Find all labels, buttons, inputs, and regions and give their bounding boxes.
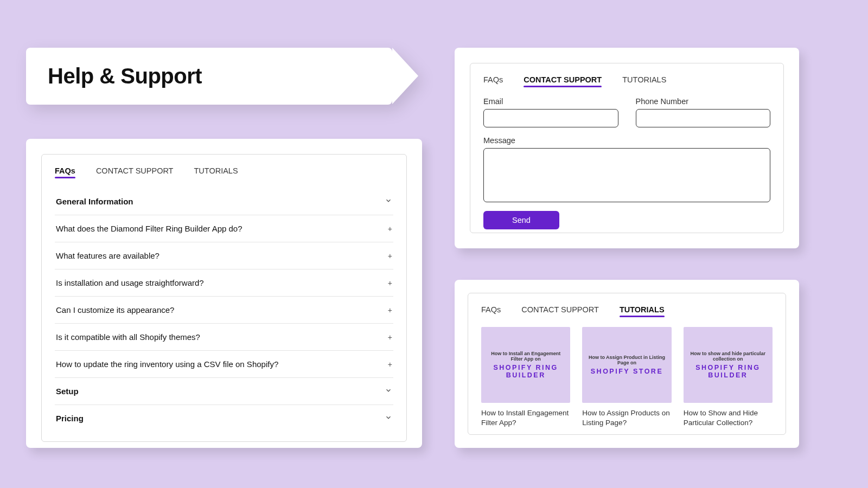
faq-section-pricing[interactable]: Pricing	[55, 405, 393, 432]
phone-label: Phone Number	[636, 97, 771, 106]
plus-icon: +	[388, 252, 392, 260]
thumb-line1: How to show and hide particular collecti…	[689, 351, 767, 362]
send-button[interactable]: Send	[483, 211, 559, 229]
tab-faqs[interactable]: FAQs	[55, 166, 75, 178]
email-field-group: Email	[483, 97, 618, 127]
faq-question: What features are available?	[56, 251, 159, 260]
tutorial-item[interactable]: How to Assign Product in Listing Page on…	[582, 327, 671, 428]
faq-item[interactable]: Can I customize its appearance? +	[55, 297, 393, 324]
chevron-down-icon	[385, 414, 392, 423]
faq-item[interactable]: What features are available? +	[55, 242, 393, 269]
tab-contact-support[interactable]: CONTACT SUPPORT	[521, 305, 599, 317]
faq-item[interactable]: How to update the ring inventory using a…	[55, 351, 393, 378]
faq-section-label: Pricing	[56, 414, 84, 423]
thumb-line2: SHOPIFY STORE	[591, 368, 663, 375]
message-label: Message	[483, 136, 770, 145]
tutorial-thumb: How to Install an Engagement Filter App …	[481, 327, 570, 403]
faq-card: FAQs CONTACT SUPPORT TUTORIALS General I…	[26, 139, 422, 448]
plus-icon: +	[388, 224, 392, 233]
faq-question: What does the Diamond Filter Ring Builde…	[56, 224, 242, 233]
thumb-line2: SHOPIFY RING BUILDER	[487, 364, 565, 379]
thumb-line1: How to Install an Engagement Filter App …	[487, 351, 565, 362]
thumb-line1: How to Assign Product in Listing Page on	[588, 355, 666, 365]
message-field-group: Message	[483, 136, 770, 202]
faq-question: Can I customize its appearance?	[56, 305, 174, 314]
phone-field[interactable]	[636, 109, 771, 127]
tab-faqs[interactable]: FAQs	[481, 305, 501, 317]
tab-tutorials[interactable]: TUTORIALS	[620, 305, 665, 317]
tutorial-item[interactable]: How to Install an Engagement Filter App …	[481, 327, 570, 428]
faq-question: Is installation and usage straightforwar…	[56, 278, 204, 287]
faq-tabs: FAQs CONTACT SUPPORT TUTORIALS	[55, 166, 393, 178]
tutorial-caption: How to Show and Hide Particular Collecti…	[684, 408, 773, 428]
faq-item[interactable]: Is installation and usage straightforwar…	[55, 269, 393, 297]
tutorial-thumb: How to show and hide particular collecti…	[684, 327, 773, 403]
tab-faqs[interactable]: FAQs	[483, 75, 503, 87]
tab-contact-support[interactable]: CONTACT SUPPORT	[524, 75, 602, 87]
faq-section-label: Setup	[56, 387, 79, 396]
tutorials-card: FAQs CONTACT SUPPORT TUTORIALS How to In…	[455, 280, 799, 448]
faq-section-general[interactable]: General Information	[55, 188, 393, 215]
chevron-down-icon	[385, 387, 392, 396]
tutorials-panel: FAQs CONTACT SUPPORT TUTORIALS How to In…	[468, 293, 786, 435]
tab-tutorials[interactable]: TUTORIALS	[194, 166, 238, 178]
tutorials-tabs: FAQs CONTACT SUPPORT TUTORIALS	[481, 305, 773, 317]
plus-icon: +	[388, 333, 392, 342]
tutorial-grid: How to Install an Engagement Filter App …	[481, 327, 773, 428]
email-field[interactable]	[483, 109, 618, 127]
faq-question: How to update the ring inventory using a…	[56, 359, 278, 369]
tutorial-item[interactable]: How to show and hide particular collecti…	[684, 327, 773, 428]
plus-icon: +	[388, 279, 392, 287]
contact-card: FAQs CONTACT SUPPORT TUTORIALS Email Pho…	[455, 48, 799, 248]
faq-item[interactable]: Is it compatible with all Shopify themes…	[55, 324, 393, 351]
faq-question: Is it compatible with all Shopify themes…	[56, 332, 200, 342]
phone-field-group: Phone Number	[636, 97, 771, 127]
tutorial-caption: How to Install Engagement Filter App?	[481, 408, 570, 428]
thumb-line2: SHOPIFY RING BUILDER	[689, 364, 767, 379]
hero-banner: Help & Support	[26, 48, 392, 105]
contact-tabs: FAQs CONTACT SUPPORT TUTORIALS	[483, 75, 770, 87]
tab-tutorials[interactable]: TUTORIALS	[622, 75, 666, 87]
email-label: Email	[483, 97, 618, 106]
message-field[interactable]	[483, 148, 770, 202]
faq-section-setup[interactable]: Setup	[55, 378, 393, 405]
contact-panel: FAQs CONTACT SUPPORT TUTORIALS Email Pho…	[470, 63, 784, 233]
plus-icon: +	[388, 360, 392, 369]
faq-section-label: General Information	[56, 197, 133, 206]
plus-icon: +	[388, 306, 392, 314]
tutorial-caption: How to Assign Products on Listing Page?	[582, 408, 671, 428]
tutorial-thumb: How to Assign Product in Listing Page on…	[582, 327, 671, 403]
chevron-down-icon	[385, 197, 392, 206]
page-title: Help & Support	[48, 64, 202, 88]
faq-item[interactable]: What does the Diamond Filter Ring Builde…	[55, 215, 393, 242]
faq-panel: FAQs CONTACT SUPPORT TUTORIALS General I…	[41, 154, 407, 442]
tab-contact-support[interactable]: CONTACT SUPPORT	[96, 166, 174, 178]
